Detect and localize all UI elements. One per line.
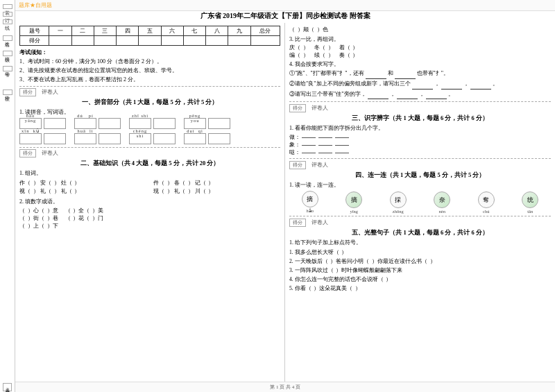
left-column: 题号 一 二 三 四 五 六 七 八 九 总分 得分 bbox=[15, 23, 285, 382]
pinyin-text-13: chéng shì bbox=[130, 128, 151, 138]
pinyin-cell-12 bbox=[99, 133, 121, 144]
table-score-9 bbox=[228, 36, 250, 46]
instruction-1: 1、考试时间：60 分钟，满分为 100 分（含卷面分 2 分）。 bbox=[19, 58, 280, 66]
pinyin-row-2: xīn kǔ huā lì chéng shì bbox=[19, 133, 280, 144]
stroke-blank-7 bbox=[302, 153, 316, 153]
word-4c: 川（ ） bbox=[195, 188, 214, 195]
compare-1a: 庆（ ） bbox=[289, 44, 309, 51]
instruction-2: 2、请先按规要求在试卷的指定位置填写您的姓名、班级、学号。 bbox=[19, 67, 280, 75]
section4-sub1: 1. 读一读，连一连。 bbox=[289, 181, 551, 189]
section2-sub2-title: 2. 填数字成语。 bbox=[19, 198, 280, 206]
reviewer-label-2: 评卷人 bbox=[42, 150, 58, 157]
pinyin-below-4: nèn bbox=[439, 209, 445, 214]
compare-row-2: 编（ ） 续（ ） 奏（ ） bbox=[289, 52, 551, 59]
pinyin-text-15: duì qì bbox=[185, 128, 205, 133]
chengyu-row-1: （ ）心（ ）意 （ ）全（ ）美 bbox=[19, 207, 280, 214]
stroke-blank-3 bbox=[335, 137, 349, 138]
compare-row-1: 庆（ ） 冬（ ） 着（ ） bbox=[289, 44, 551, 51]
word-3b: 礼（ ） bbox=[40, 188, 60, 195]
fill-blank-1 bbox=[366, 69, 386, 79]
word-1c: 灶（ ） bbox=[61, 180, 80, 187]
word-row-3a: 视（ ） 礼（ ） 礼（ ） bbox=[19, 188, 146, 195]
word-2a: 件（ ） bbox=[153, 180, 173, 187]
pinyin-cell-8 bbox=[208, 118, 230, 129]
word-4b: 礼（ ） bbox=[174, 188, 194, 195]
section5-sub1: 1. 给下列句子加上标点符号。 bbox=[289, 239, 551, 247]
table-score-4 bbox=[117, 36, 139, 46]
section4-sub1-title: 1. 读一读，连一连。 bbox=[289, 181, 551, 189]
word-row-1a: 作（ ） 安（ ） 灶（ ） bbox=[19, 180, 146, 187]
fill-blank-2 bbox=[395, 69, 416, 79]
reviewer-label-5: 评卷人 bbox=[311, 219, 328, 226]
pinyin-cell-13: chéng shì bbox=[129, 133, 151, 144]
connect-item-3: 採 zhōng bbox=[390, 191, 407, 214]
chengyu-3a: （ ）上（ ）下 bbox=[19, 223, 58, 230]
section1-score-reviewer: 得分 评卷人 bbox=[19, 88, 280, 96]
pinyin-cell-6 bbox=[153, 118, 176, 129]
word-1b: 安（ ） bbox=[40, 180, 60, 187]
pinyin-text-1: hāo yāng bbox=[20, 113, 41, 123]
chengyu-section: （ ）心（ ）意 （ ）全（ ）美 （ ）街（ ）巷 （ ）花（ ）门 （ ）上… bbox=[19, 207, 280, 230]
pinyin-cell-15: duì qì bbox=[184, 133, 206, 144]
stroke-blank-1 bbox=[302, 137, 316, 138]
section3-sub1: 1. 看看你能把下面的字拆分出几个字。 bbox=[289, 124, 551, 133]
pinyin-below-3: zhōng bbox=[393, 209, 404, 214]
compare-1b: 冬（ ） bbox=[314, 44, 334, 51]
reviewer-label-3: 评卷人 bbox=[311, 105, 328, 112]
connect-section: 摘 hǎo 摘 yīng 採 zhōng 奈 nèn bbox=[289, 191, 551, 214]
pinyin-text-3: dú pí bbox=[75, 113, 96, 118]
connect-item-4: 奈 nèn bbox=[434, 191, 450, 214]
pinyin-cell-4 bbox=[99, 118, 121, 129]
connect-item-6: 统 tān bbox=[522, 191, 538, 214]
chengyu-row-3: （ ）上（ ）下 bbox=[19, 223, 280, 230]
section2-header: 二、基础知识（共 4 大题，每题 5 分，共计 20 分） bbox=[19, 160, 280, 168]
section3-score-reviewer: 得分 评卷人 bbox=[289, 104, 551, 112]
instructions-title: 考试须知： bbox=[19, 49, 280, 57]
section2-score-reviewer: 得分 评卷人 bbox=[19, 149, 280, 157]
writing-item-3: ③请写出三个带有"佳"旁的字， ， ， 。 bbox=[289, 90, 551, 100]
section2-sub2: 2. 填数字成语。 bbox=[19, 198, 280, 206]
table-score-7 bbox=[183, 36, 205, 46]
pinyin-text-7: pēng you bbox=[185, 113, 205, 123]
pinyin-grid-2: xīn kǔ huā lì chéng shì bbox=[19, 133, 230, 144]
chengyu-1a: （ ）心（ ）意 bbox=[19, 207, 58, 214]
writing-section: 4. 我会按要求写字。 ①"跑"、"打"都带有"扌"，还有 和 也带有"扌"。 … bbox=[289, 60, 551, 99]
fill-blank-7 bbox=[397, 90, 418, 100]
section3-header: 三、识字辨字（共 1 大题，每题 6 分，共计 6 分） bbox=[289, 114, 551, 123]
connect-item-5: 奪 chú bbox=[478, 191, 495, 214]
stroke-line-1: 做： bbox=[289, 134, 551, 141]
word-row-2a: 件（ ） 各（ ） 记（ ） bbox=[153, 180, 280, 187]
reviewer-label-1: 评卷人 bbox=[42, 89, 58, 96]
word-2c: 记（ ） bbox=[195, 180, 214, 187]
word-3c: 礼（ ） bbox=[61, 188, 80, 195]
stroke-section: 做： 象： 哒： bbox=[289, 134, 551, 156]
fill-blank-5 bbox=[470, 80, 491, 90]
connect-item-2: 摘 yīng bbox=[345, 191, 362, 214]
pinyin-cell-1: hāo yāng bbox=[19, 118, 42, 129]
sentence-section: 1. 我多么想长大呀（ ） 2. 一天晚饭后（ ）爸爸问小明（ ）你最近在读什么… bbox=[289, 248, 551, 293]
reviewer-label-4: 评卷人 bbox=[311, 162, 328, 169]
table-header-9: 九 bbox=[228, 26, 250, 36]
table-score-label: 得分 bbox=[20, 36, 49, 46]
sentence-1: 1. 我多么想长大呀（ ） bbox=[289, 248, 551, 257]
instruction-3: 3、不要在试卷上乱写乱画，卷面不整洁扣 2 分。 bbox=[19, 76, 280, 84]
pinyin-text-5: zhī shi bbox=[130, 113, 151, 118]
score-table: 题号 一 二 三 四 五 六 七 八 九 总分 得分 bbox=[19, 26, 280, 46]
table-header-2: 二 bbox=[71, 26, 94, 36]
compare-1c: 着（ ） bbox=[339, 44, 359, 51]
pinyin-below-1: hǎo bbox=[307, 208, 314, 214]
stroke-blank-5 bbox=[318, 145, 332, 146]
top-strip: 题库★自用题 bbox=[15, 0, 555, 11]
table-header-total: 总分 bbox=[250, 26, 280, 36]
pinyin-cell-7: pēng you bbox=[184, 118, 206, 129]
fill-blank-8 bbox=[426, 90, 447, 100]
pinyin-section: hāo yāng dú pí bbox=[19, 118, 280, 144]
stroke-blank-2 bbox=[318, 137, 332, 138]
writing-item-2: ②请给"良"加上不同的偏旁组成新字，请写出三个 ， ， 。 bbox=[289, 80, 551, 90]
table-score-6 bbox=[161, 36, 183, 46]
table-header-7: 七 bbox=[183, 26, 205, 36]
right-top-blank: （ ）颠（ ）色 bbox=[289, 26, 551, 33]
table-header-6: 六 bbox=[161, 26, 183, 36]
compare-2c: 奏（ ） bbox=[339, 52, 359, 59]
table-header-3: 三 bbox=[94, 26, 116, 36]
